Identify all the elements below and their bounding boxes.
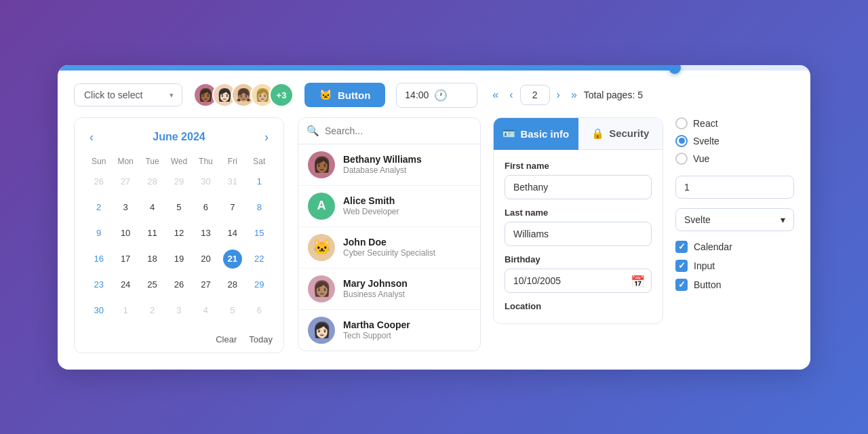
calendar-day[interactable]: 6 — [246, 298, 273, 323]
avatar-plus-badge[interactable]: +3 — [269, 83, 294, 107]
calendar-day[interactable]: 29 — [165, 169, 192, 195]
calendar-day[interactable]: 30 — [193, 169, 219, 195]
total-pages-label: Total pages: 5 — [584, 90, 643, 100]
calendar-day[interactable]: 12 — [165, 220, 192, 246]
checkbox-check-icon: ✓ — [678, 260, 686, 271]
button-icon: 🐱 — [319, 89, 332, 101]
calendar-day[interactable]: 1 — [112, 298, 138, 323]
search-wrap: 🔍 — [298, 118, 480, 144]
calendar-day[interactable]: 17 — [112, 246, 138, 272]
pagination-last-button[interactable]: » — [567, 86, 581, 104]
calendar-day[interactable]: 30 — [85, 298, 112, 323]
calendar-day[interactable]: 1 — [246, 169, 273, 195]
checkbox-item[interactable]: ✓Input — [675, 260, 794, 272]
checkbox-check-icon: ✓ — [678, 279, 686, 290]
tab-basic-info[interactable]: 🪪 Basic info — [494, 118, 578, 150]
toolbar: Click to select ▾ 👩🏾 👩🏻 👧🏽 👩🏼 +3 🐱 Butto… — [58, 71, 810, 117]
checkbox-label: Input — [694, 260, 715, 271]
calendar-day[interactable]: 19 — [165, 246, 192, 272]
button-label: Button — [338, 90, 370, 101]
primary-button[interactable]: 🐱 Button — [304, 83, 385, 107]
search-input[interactable] — [325, 125, 472, 136]
calendar-day[interactable]: 18 — [139, 246, 165, 272]
calendar-day[interactable]: 2 — [85, 195, 112, 220]
calendar-weekday: Mon — [112, 154, 138, 169]
calendar-day[interactable]: 21 — [219, 246, 245, 272]
calendar-day[interactable]: 22 — [246, 246, 273, 272]
radio-item[interactable]: Svelte — [675, 135, 794, 147]
calendar-day[interactable]: 9 — [85, 220, 112, 246]
pagination-wrap: « ‹ › » Total pages: 5 — [488, 85, 643, 105]
calendar-day[interactable]: 24 — [112, 272, 138, 298]
radio-item[interactable]: Vue — [675, 153, 794, 165]
person-item[interactable]: 👩🏾Bethany WilliamsDatabase Analyst — [298, 144, 480, 186]
calendar-day[interactable]: 5 — [219, 298, 245, 323]
calendar-grid: SunMonTueWedThuFriSat 262728293031123456… — [85, 154, 273, 323]
calendar-day[interactable]: 6 — [193, 195, 219, 220]
calendar-weekday: Sat — [246, 154, 273, 169]
calendar-day[interactable]: 4 — [193, 298, 219, 323]
calendar-day[interactable]: 10 — [112, 220, 138, 246]
pagination-first-button[interactable]: « — [488, 86, 502, 104]
calendar-day[interactable]: 5 — [165, 195, 192, 220]
click-to-select-dropdown[interactable]: Click to select ▾ — [74, 83, 182, 106]
number-input[interactable] — [675, 176, 794, 199]
person-item[interactable]: AAlice SmithWeb Developer — [298, 186, 480, 227]
calendar-day[interactable]: 16 — [85, 246, 112, 272]
calendar-day[interactable]: 11 — [139, 220, 165, 246]
progress-bar-fill — [58, 65, 675, 71]
calendar-day[interactable]: 29 — [246, 272, 273, 298]
calendar-prev-button[interactable]: ‹ — [85, 129, 98, 146]
person-info: Martha CooperTech Support — [343, 319, 410, 340]
time-input-wrap[interactable]: 14:00 🕐 — [396, 83, 477, 108]
calendar-day[interactable]: 28 — [139, 169, 165, 195]
avatar-group: 👩🏾 👩🏻 👧🏽 👩🏼 +3 — [193, 83, 294, 107]
calendar-day[interactable]: 26 — [165, 272, 192, 298]
calendar-day[interactable]: 3 — [165, 298, 192, 323]
calendar-day[interactable]: 2 — [139, 298, 165, 323]
calendar-day[interactable]: 13 — [193, 220, 219, 246]
calendar-day[interactable]: 27 — [112, 169, 138, 195]
radio-label: Vue — [693, 153, 709, 164]
pagination-next-button[interactable]: › — [553, 86, 564, 104]
framework-dropdown[interactable]: Svelte ▾ — [675, 208, 794, 231]
person-item[interactable]: 🐱John DoeCyber Secuirity Specialist — [298, 227, 480, 269]
person-avatar: 👩🏻 — [308, 317, 335, 344]
radio-item[interactable]: React — [675, 117, 794, 130]
calendar-day[interactable]: 31 — [219, 169, 245, 195]
last-name-input[interactable] — [505, 222, 652, 246]
calendar-day[interactable]: 8 — [246, 195, 273, 220]
time-value: 14:00 — [405, 90, 429, 100]
calendar-day[interactable]: 27 — [193, 272, 219, 298]
calendar-today-button[interactable]: Today — [249, 334, 273, 344]
calendar-clear-button[interactable]: Clear — [216, 334, 237, 344]
calendar-day[interactable]: 25 — [139, 272, 165, 298]
calendar-day[interactable]: 20 — [193, 246, 219, 272]
checkbox-item[interactable]: ✓Calendar — [675, 241, 794, 253]
right-panel: ReactSvelteVue Svelte ▾ ✓Calendar✓Input✓… — [675, 117, 794, 291]
checkbox-item[interactable]: ✓Button — [675, 279, 794, 291]
first-name-input[interactable] — [505, 175, 652, 199]
pagination-prev-button[interactable]: ‹ — [505, 86, 517, 104]
calendar-weekday: Sun — [85, 154, 112, 169]
calendar-day[interactable]: 23 — [85, 272, 112, 298]
calendar-day[interactable]: 4 — [139, 195, 165, 220]
calendar-day[interactable]: 26 — [85, 169, 112, 195]
calendar-day[interactable]: 14 — [219, 220, 245, 246]
last-name-label: Last name — [505, 208, 652, 218]
birthday-input-wrap: 📅 — [505, 269, 652, 301]
calendar-day[interactable]: 28 — [219, 272, 245, 298]
person-item[interactable]: 👩🏻Martha CooperTech Support — [298, 310, 480, 351]
birthday-input[interactable] — [505, 269, 652, 293]
calendar-next-button[interactable]: › — [260, 129, 273, 146]
progress-bar-wrap — [58, 65, 810, 71]
person-name: Martha Cooper — [343, 319, 410, 330]
person-item[interactable]: 👩🏽Mary JohnsonBusiness Analyst — [298, 269, 480, 310]
calendar-day[interactable]: 7 — [219, 195, 245, 220]
tab-security[interactable]: 🔒 Security — [578, 118, 663, 150]
calendar-day[interactable]: 15 — [246, 220, 273, 246]
checkbox-box: ✓ — [675, 279, 688, 291]
checkbox-label: Calendar — [694, 241, 732, 252]
calendar-day[interactable]: 3 — [112, 195, 138, 220]
pagination-page-input[interactable] — [520, 85, 550, 105]
